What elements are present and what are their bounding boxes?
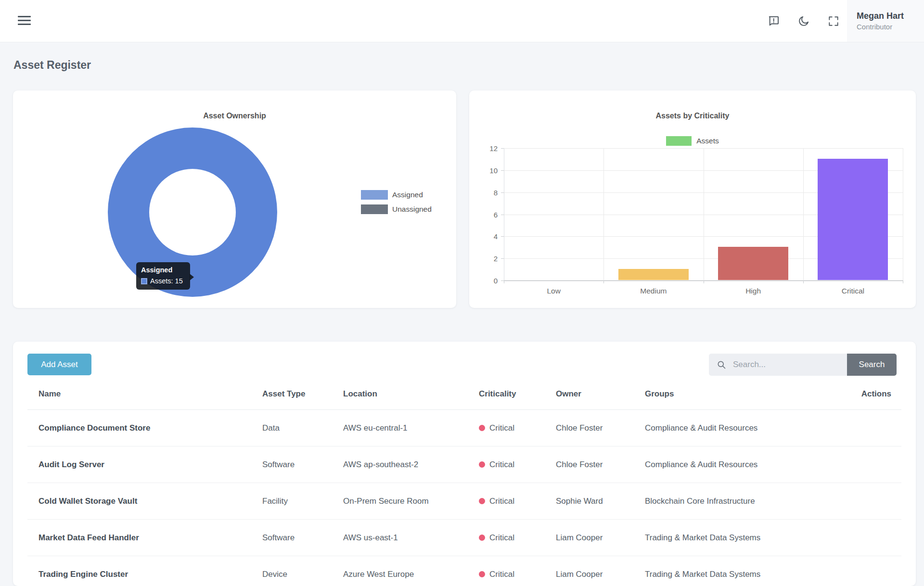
cell-name: Compliance Document Store [27, 410, 251, 446]
cell-actions [841, 483, 901, 520]
x-axis-tick [803, 280, 804, 283]
cell-groups: Trading & Market Data Systems [634, 520, 841, 556]
cell-criticality: Critical [468, 410, 545, 446]
menu-icon[interactable] [18, 16, 31, 25]
cell-owner: Chloe Foster [545, 446, 634, 483]
table-header-row: NameAsset TypeLocationCriticalityOwnerGr… [27, 382, 901, 410]
criticality-dot [479, 498, 485, 504]
gridline [504, 148, 504, 280]
cell-name: Audit Log Server [27, 446, 251, 483]
user-menu[interactable]: Megan Hart Contributor [847, 0, 924, 42]
gridline [603, 148, 604, 280]
donut-hole [149, 169, 236, 255]
x-axis-tick [903, 280, 903, 283]
user-name: Megan Hart [857, 11, 924, 21]
cell-actions [841, 410, 901, 446]
gridline [903, 148, 903, 280]
column-header-location: Location [332, 382, 468, 410]
column-header-owner: Owner [545, 382, 634, 410]
bar-critical[interactable] [818, 159, 888, 280]
table-row: Audit Log ServerSoftwareAWS ap-southeast… [27, 446, 901, 483]
cell-owner: Liam Cooper [545, 520, 634, 556]
fullscreen-icon[interactable] [827, 15, 840, 27]
x-axis-label: Low [547, 287, 560, 295]
tooltip-title: Assigned [141, 266, 185, 274]
assets-by-criticality-card: Assets by Criticality Assets 024681012Lo… [469, 90, 916, 308]
cell-criticality: Critical [468, 483, 545, 520]
y-axis-tick-label: 12 [489, 144, 498, 153]
legend-swatch-assets [666, 136, 692, 146]
cell-name: Cold Wallet Storage Vault [27, 483, 251, 520]
cell-type: Device [251, 556, 332, 586]
column-header-criticality: Criticality [468, 382, 545, 410]
criticality-dot [479, 535, 485, 541]
x-axis-label: Critical [842, 287, 864, 295]
bar-plot-area: 024681012LowMediumHighCritical [504, 148, 903, 280]
bar-medium[interactable] [618, 269, 689, 280]
table-row: Compliance Document StoreDataAWS eu-cent… [27, 410, 901, 446]
add-asset-button[interactable]: Add Asset [27, 354, 91, 375]
x-axis-label: Medium [640, 287, 667, 295]
legend-swatch-assigned [361, 190, 388, 200]
asset-table: NameAsset TypeLocationCriticalityOwnerGr… [27, 382, 901, 586]
legend-swatch-unassigned [361, 204, 388, 214]
y-axis-tick-label: 8 [494, 188, 498, 196]
chart-tooltip: Assigned Assets: 15 [136, 262, 190, 290]
tooltip-swatch [141, 278, 147, 284]
top-bar: Megan Hart Contributor [0, 0, 924, 42]
donut-legend: Assigned Unassigned [361, 190, 432, 214]
moon-icon[interactable] [797, 15, 810, 27]
donut-chart-title: Asset Ownership [13, 112, 456, 120]
x-axis-tick [603, 280, 604, 283]
cell-owner: Sophie Ward [545, 483, 634, 520]
table-row: Market Data Feed HandlerSoftwareAWS us-e… [27, 520, 901, 556]
cell-criticality: Critical [468, 520, 545, 556]
bar-legend-item-assets[interactable]: Assets [469, 136, 916, 146]
legend-item-unassigned[interactable]: Unassigned [361, 204, 432, 214]
page-title: Asset Register [13, 59, 91, 72]
cell-type: Software [251, 520, 332, 556]
criticality-dot [479, 461, 485, 468]
cell-groups: Compliance & Audit Resources [634, 410, 841, 446]
cell-location: AWS eu-central-1 [332, 410, 468, 446]
legend-item-assigned[interactable]: Assigned [361, 190, 432, 200]
search-button[interactable]: Search [847, 354, 897, 376]
cell-location: Azure West Europe [332, 556, 468, 586]
cell-owner: Liam Cooper [545, 556, 634, 586]
topbar-actions [768, 0, 840, 42]
menu-bar [18, 20, 31, 21]
cell-criticality: Critical [468, 556, 545, 586]
cell-location: AWS us-east-1 [332, 520, 468, 556]
cell-actions [841, 520, 901, 556]
bar-high[interactable] [718, 247, 788, 280]
app-viewport: Megan Hart Contributor Asset Register As… [0, 0, 924, 586]
donut-segment-assigned[interactable] [108, 127, 277, 297]
y-axis-tick-label: 2 [494, 255, 498, 263]
y-axis-tick-label: 6 [494, 210, 498, 218]
asset-table-card: Add Asset Search NameAsset TypeLocationC… [13, 342, 916, 586]
y-axis-tick-label: 0 [494, 277, 498, 285]
column-header-type: Asset Type [251, 382, 332, 410]
gridline [704, 148, 704, 280]
tooltip-value: Assets: 15 [150, 277, 183, 285]
y-axis-tick-label: 10 [489, 166, 498, 174]
cell-name: Trading Engine Cluster [27, 556, 251, 586]
cell-actions [841, 446, 901, 483]
x-axis-tick [704, 280, 704, 283]
legend-label: Assets [696, 137, 719, 145]
cell-type: Facility [251, 483, 332, 520]
table-row: Cold Wallet Storage VaultFacilityOn-Prem… [27, 483, 901, 520]
cell-type: Software [251, 446, 332, 483]
cell-groups: Blockchain Core Infrastructure [634, 483, 841, 520]
criticality-dot [479, 571, 485, 577]
menu-bar [18, 16, 31, 17]
table-row: Trading Engine ClusterDeviceAzure West E… [27, 556, 901, 586]
search-group: Search [709, 354, 897, 376]
column-header-groups: Groups [634, 382, 841, 410]
search-input[interactable] [732, 359, 840, 370]
feedback-icon[interactable] [768, 15, 780, 27]
bar-chart-title: Assets by Criticality [469, 112, 916, 120]
cell-location: AWS ap-southeast-2 [332, 446, 468, 483]
cell-owner: Chloe Foster [545, 410, 634, 446]
x-axis-label: High [745, 287, 761, 295]
